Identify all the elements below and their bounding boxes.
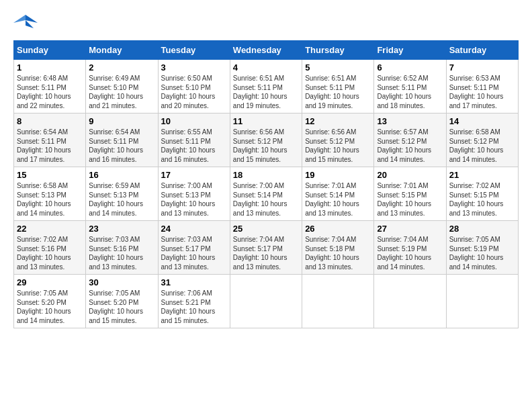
day-cell-23: 23 Sunrise: 7:03 AM Sunset: 5:16 PM Dayl…	[86, 221, 158, 275]
day-cell-1: 1 Sunrise: 6:48 AM Sunset: 5:11 PM Dayli…	[14, 60, 86, 113]
day-cell-16: 16 Sunrise: 6:59 AM Sunset: 5:13 PM Dayl…	[86, 167, 158, 221]
day-cell-13: 13 Sunrise: 6:57 AM Sunset: 5:12 PM Dayl…	[374, 113, 446, 167]
empty-cell	[374, 275, 446, 328]
calendar-week-row: 8 Sunrise: 6:54 AM Sunset: 5:11 PM Dayli…	[14, 113, 519, 167]
day-info: Sunrise: 7:00 AM Sunset: 5:13 PM Dayligh…	[161, 181, 227, 218]
day-number: 20	[377, 170, 443, 180]
day-info: Sunrise: 7:05 AM Sunset: 5:20 PM Dayligh…	[89, 289, 154, 325]
day-info: Sunrise: 7:03 AM Sunset: 5:16 PM Dayligh…	[89, 235, 154, 271]
weekday-header-row: Sunday Monday Tuesday Wednesday Thursday…	[14, 41, 519, 60]
day-number: 10	[161, 116, 227, 126]
day-info: Sunrise: 6:51 AM Sunset: 5:11 PM Dayligh…	[233, 74, 299, 110]
day-info: Sunrise: 6:53 AM Sunset: 5:11 PM Dayligh…	[449, 74, 515, 110]
day-number: 2	[89, 62, 154, 73]
day-cell-15: 15 Sunrise: 6:58 AM Sunset: 5:13 PM Dayl…	[14, 167, 86, 221]
day-cell-17: 17 Sunrise: 7:00 AM Sunset: 5:13 PM Dayl…	[158, 167, 230, 221]
day-cell-11: 11 Sunrise: 6:56 AM Sunset: 5:12 PM Dayl…	[230, 113, 302, 167]
day-cell-26: 26 Sunrise: 7:04 AM Sunset: 5:18 PM Dayl…	[302, 221, 374, 275]
day-number: 7	[449, 62, 515, 73]
day-cell-30: 30 Sunrise: 7:05 AM Sunset: 5:20 PM Dayl…	[86, 275, 158, 328]
day-number: 8	[17, 116, 83, 126]
day-cell-9: 9 Sunrise: 6:54 AM Sunset: 5:11 PM Dayli…	[86, 113, 158, 167]
day-cell-19: 19 Sunrise: 7:01 AM Sunset: 5:14 PM Dayl…	[302, 167, 374, 221]
day-cell-3: 3 Sunrise: 6:50 AM Sunset: 5:10 PM Dayli…	[158, 60, 230, 113]
day-cell-31: 31 Sunrise: 7:06 AM Sunset: 5:21 PM Dayl…	[158, 275, 230, 328]
day-number: 22	[17, 224, 83, 234]
header-monday: Monday	[86, 41, 158, 60]
day-cell-21: 21 Sunrise: 7:02 AM Sunset: 5:15 PM Dayl…	[446, 167, 518, 221]
day-number: 3	[161, 62, 227, 73]
day-info: Sunrise: 7:05 AM Sunset: 5:19 PM Dayligh…	[449, 235, 515, 271]
day-number: 31	[161, 277, 227, 287]
day-info: Sunrise: 7:04 AM Sunset: 5:17 PM Dayligh…	[233, 235, 299, 271]
day-info: Sunrise: 6:58 AM Sunset: 5:13 PM Dayligh…	[17, 181, 83, 218]
day-info: Sunrise: 6:50 AM Sunset: 5:10 PM Dayligh…	[161, 74, 227, 110]
day-info: Sunrise: 7:06 AM Sunset: 5:21 PM Dayligh…	[161, 289, 227, 325]
day-number: 16	[89, 170, 154, 180]
logo	[13, 13, 40, 34]
day-cell-28: 28 Sunrise: 7:05 AM Sunset: 5:19 PM Dayl…	[446, 221, 518, 275]
day-info: Sunrise: 6:56 AM Sunset: 5:12 PM Dayligh…	[233, 128, 299, 164]
day-cell-24: 24 Sunrise: 7:03 AM Sunset: 5:17 PM Dayl…	[158, 221, 230, 275]
day-number: 23	[89, 224, 154, 234]
day-cell-4: 4 Sunrise: 6:51 AM Sunset: 5:11 PM Dayli…	[230, 60, 302, 113]
day-info: Sunrise: 7:04 AM Sunset: 5:19 PM Dayligh…	[377, 235, 443, 271]
day-cell-27: 27 Sunrise: 7:04 AM Sunset: 5:19 PM Dayl…	[374, 221, 446, 275]
day-info: Sunrise: 6:54 AM Sunset: 5:11 PM Dayligh…	[17, 128, 83, 164]
day-info: Sunrise: 6:49 AM Sunset: 5:10 PM Dayligh…	[89, 74, 154, 110]
day-number: 17	[161, 170, 227, 180]
day-cell-12: 12 Sunrise: 6:56 AM Sunset: 5:12 PM Dayl…	[302, 113, 374, 167]
day-cell-18: 18 Sunrise: 7:00 AM Sunset: 5:14 PM Dayl…	[230, 167, 302, 221]
day-number: 14	[449, 116, 515, 126]
calendar-table: Sunday Monday Tuesday Wednesday Thursday…	[13, 40, 519, 328]
header-tuesday: Tuesday	[158, 41, 230, 60]
day-cell-20: 20 Sunrise: 7:01 AM Sunset: 5:15 PM Dayl…	[374, 167, 446, 221]
day-number: 24	[161, 224, 227, 234]
day-info: Sunrise: 7:01 AM Sunset: 5:14 PM Dayligh…	[305, 181, 371, 218]
header-friday: Friday	[374, 41, 446, 60]
day-info: Sunrise: 7:02 AM Sunset: 5:15 PM Dayligh…	[449, 181, 515, 218]
day-info: Sunrise: 7:04 AM Sunset: 5:18 PM Dayligh…	[305, 235, 371, 271]
day-number: 30	[89, 277, 154, 287]
calendar-week-row: 22 Sunrise: 7:02 AM Sunset: 5:16 PM Dayl…	[14, 221, 519, 275]
day-number: 6	[377, 62, 443, 73]
day-info: Sunrise: 6:51 AM Sunset: 5:11 PM Dayligh…	[305, 74, 371, 110]
day-info: Sunrise: 7:02 AM Sunset: 5:16 PM Dayligh…	[17, 235, 83, 271]
day-info: Sunrise: 7:00 AM Sunset: 5:14 PM Dayligh…	[233, 181, 299, 218]
day-info: Sunrise: 6:52 AM Sunset: 5:11 PM Dayligh…	[377, 74, 443, 110]
logo-bird-icon	[13, 13, 38, 34]
header-saturday: Saturday	[446, 41, 518, 60]
day-info: Sunrise: 7:03 AM Sunset: 5:17 PM Dayligh…	[161, 235, 227, 271]
day-number: 11	[233, 116, 299, 126]
day-cell-7: 7 Sunrise: 6:53 AM Sunset: 5:11 PM Dayli…	[446, 60, 518, 113]
empty-cell	[302, 275, 374, 328]
day-info: Sunrise: 6:58 AM Sunset: 5:12 PM Dayligh…	[449, 128, 515, 164]
day-number: 5	[305, 62, 371, 73]
day-info: Sunrise: 6:56 AM Sunset: 5:12 PM Dayligh…	[305, 128, 371, 164]
calendar-week-row: 29 Sunrise: 7:05 AM Sunset: 5:20 PM Dayl…	[14, 275, 519, 328]
svg-marker-1	[13, 15, 26, 23]
day-cell-2: 2 Sunrise: 6:49 AM Sunset: 5:10 PM Dayli…	[86, 60, 158, 113]
calendar-week-row: 15 Sunrise: 6:58 AM Sunset: 5:13 PM Dayl…	[14, 167, 519, 221]
day-cell-8: 8 Sunrise: 6:54 AM Sunset: 5:11 PM Dayli…	[14, 113, 86, 167]
header-sunday: Sunday	[14, 41, 86, 60]
svg-marker-0	[26, 15, 38, 23]
day-number: 9	[89, 116, 154, 126]
day-cell-10: 10 Sunrise: 6:55 AM Sunset: 5:11 PM Dayl…	[158, 113, 230, 167]
day-number: 4	[233, 62, 299, 73]
day-number: 29	[17, 277, 83, 287]
day-cell-29: 29 Sunrise: 7:05 AM Sunset: 5:20 PM Dayl…	[14, 275, 86, 328]
day-number: 15	[17, 170, 83, 180]
day-number: 19	[305, 170, 371, 180]
day-number: 27	[377, 224, 443, 234]
calendar-week-row: 1 Sunrise: 6:48 AM Sunset: 5:11 PM Dayli…	[14, 60, 519, 113]
empty-cell	[230, 275, 302, 328]
header-thursday: Thursday	[302, 41, 374, 60]
day-info: Sunrise: 6:55 AM Sunset: 5:11 PM Dayligh…	[161, 128, 227, 164]
header-wednesday: Wednesday	[230, 41, 302, 60]
day-cell-5: 5 Sunrise: 6:51 AM Sunset: 5:11 PM Dayli…	[302, 60, 374, 113]
day-number: 25	[233, 224, 299, 234]
empty-cell	[446, 275, 518, 328]
header	[13, 13, 519, 34]
day-info: Sunrise: 6:57 AM Sunset: 5:12 PM Dayligh…	[377, 128, 443, 164]
